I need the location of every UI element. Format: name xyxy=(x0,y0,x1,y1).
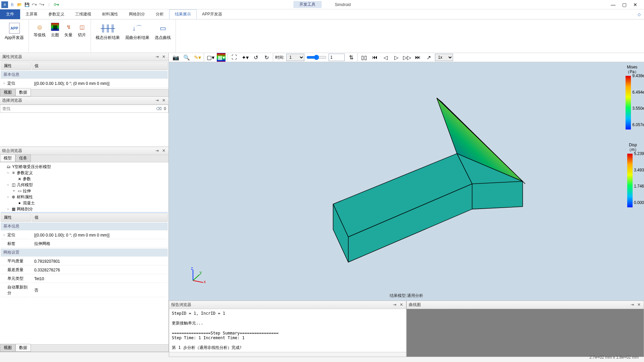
report-text[interactable]: StepID = 1, IncrID = 1 更新接触单元... =======… xyxy=(169,309,406,357)
highlight-icon[interactable]: ✎▾ xyxy=(193,53,202,62)
frame-select[interactable]: 1 xyxy=(286,54,304,61)
undo-icon[interactable]: ↶▾ xyxy=(31,1,38,8)
tab-view[interactable]: 视图 xyxy=(0,344,15,352)
first-icon[interactable]: ⏮ xyxy=(370,53,379,62)
tree-node[interactable]: ●混凝土 xyxy=(1,200,168,206)
buckling-icon: ↓⌒ xyxy=(132,23,143,34)
ribbon-label: App开发器 xyxy=(5,35,24,41)
minimize-button[interactable]: — xyxy=(611,2,615,7)
ribbon-modal[interactable]: ╫╫╫模态分析结果 xyxy=(94,21,122,42)
tree-node[interactable]: −◫几何模型 xyxy=(1,182,168,188)
tab-params[interactable]: 参数定义 xyxy=(43,9,70,19)
quick-access-toolbar: ≡ ⎘ 📂 💾 ↶▾ ↷▾ | ⟳▾ xyxy=(0,1,60,8)
tab-model[interactable]: 模型 xyxy=(0,154,15,162)
zoom-icon[interactable]: 🔍 xyxy=(182,53,191,62)
prev-icon[interactable]: ◁ xyxy=(381,53,390,62)
export-icon[interactable]: ↗ xyxy=(424,53,433,62)
redo-icon[interactable]: ↷▾ xyxy=(38,1,45,8)
modal-icon: ╫╫╫ xyxy=(102,23,113,34)
new-icon[interactable]: ⎘ xyxy=(9,1,15,8)
tree-node[interactable]: −⊕材料属性 xyxy=(1,194,168,200)
axis-triad: zxy xyxy=(190,267,206,284)
refresh-icon[interactable]: ⟳▾ xyxy=(53,1,60,8)
rotate-ccw-icon[interactable]: ↺ xyxy=(251,53,260,62)
cube-icon[interactable]: ▦▾ xyxy=(217,53,226,62)
record-icon[interactable]: ▯▯ xyxy=(360,53,368,62)
tab-appdev[interactable]: APP开发器 xyxy=(197,9,228,19)
tab-3dmodel[interactable]: 三维建模 xyxy=(70,9,97,19)
chart-area[interactable] xyxy=(407,309,644,357)
maximize-button[interactable]: ▢ xyxy=(622,2,627,7)
tree-node[interactable]: −▦网格剖分 xyxy=(1,206,168,212)
tab-task[interactable]: 任务 xyxy=(15,154,31,162)
svg-line-9 xyxy=(193,280,203,282)
svg-marker-4 xyxy=(472,182,523,209)
svg-line-11 xyxy=(193,274,200,280)
status-dimensions: 2.7e+02 mm x 1.8e+02 mm xyxy=(589,355,639,360)
tree-node[interactable]: +▭拉伸 xyxy=(1,188,168,194)
time-input[interactable] xyxy=(329,54,345,61)
axes-icon[interactable]: ✦▾ xyxy=(241,53,249,62)
pin-icon[interactable]: ⇥ xyxy=(392,302,397,308)
close-icon[interactable]: ✕ xyxy=(161,98,166,103)
play-icon[interactable]: ▷ xyxy=(392,53,401,62)
ribbon-cloud[interactable]: ▦云图 xyxy=(49,21,61,39)
next-icon[interactable]: ▷▷ xyxy=(403,53,411,62)
last-icon[interactable]: ⏭ xyxy=(413,53,422,62)
panel-title: 选择浏览器 xyxy=(2,98,153,103)
contour-icon: ◎ xyxy=(36,23,44,31)
ribbon-vector[interactable]: ↯矢量 xyxy=(62,21,75,39)
slice-icon: ◫ xyxy=(78,23,86,31)
ribbon-contour[interactable]: ◎等值线 xyxy=(32,21,48,39)
rotate-cw-icon[interactable]: ↻ xyxy=(262,53,271,62)
tab-data[interactable]: 数据 xyxy=(15,89,31,96)
tab-data[interactable]: 数据 xyxy=(15,344,31,352)
pickcurve-icon: ▭ xyxy=(157,23,168,34)
close-icon[interactable]: ✕ xyxy=(399,302,404,308)
close-icon[interactable]: ✕ xyxy=(161,54,166,60)
tab-material[interactable]: 材料属性 xyxy=(97,9,123,19)
window-controls: — ▢ ✕ xyxy=(611,2,644,7)
pin-icon[interactable]: ⇥ xyxy=(630,302,635,308)
model-render xyxy=(169,62,644,301)
tab-results[interactable]: 结果展示 xyxy=(169,9,197,19)
property-browser: 属性浏览器⇥✕ 属性值 基本信息 ›定位[(0.00 0.00 1.00); 0… xyxy=(0,53,168,97)
camera-icon[interactable]: 📷 xyxy=(171,53,180,62)
ribbon-buckling[interactable]: ↓⌒屈曲分析结果 xyxy=(123,21,151,42)
cloud-icon: ▦ xyxy=(51,23,59,31)
ribbon: APP App开发器 ◎等值线 ▦云图 ↯矢量 ◫切片 ╫╫╫模态分析结果 ↓⌒… xyxy=(0,19,644,53)
pin-icon[interactable]: ⇥ xyxy=(154,148,160,154)
tab-analysis[interactable]: 分析 xyxy=(150,9,169,19)
ribbon-tabs: 文件 主屏幕 参数定义 三维建模 材料属性 网格剖分 分析 结果展示 APP开发… xyxy=(0,9,644,19)
pin-icon[interactable]: ⇥ xyxy=(154,54,160,60)
help-icon[interactable]: ◇ xyxy=(634,9,644,19)
open-icon[interactable]: 📂 xyxy=(16,1,23,8)
3d-viewport[interactable]: zxy 结果模型:通用分析 Mises（Pa） 9.438e+046.494e+… xyxy=(169,62,644,301)
close-icon[interactable]: ✕ xyxy=(636,302,642,308)
tab-home[interactable]: 主屏幕 xyxy=(20,9,43,19)
tree-node[interactable]: x̶参数 xyxy=(1,176,168,182)
save-icon[interactable]: 💾 xyxy=(23,1,30,8)
ribbon-pickcurve[interactable]: ▭选点曲线 xyxy=(153,21,173,42)
box-icon[interactable]: ▢▾ xyxy=(206,53,215,62)
time-slider[interactable] xyxy=(306,54,327,61)
pin-icon[interactable]: ⇥ xyxy=(154,98,160,103)
tab-mesh[interactable]: 网格剖分 xyxy=(123,9,150,19)
model-tree[interactable]: 🗂Y型桥墩受压分析模型−≡参数定义x̶参数−◫几何模型+▭拉伸−⊕材料属性●混凝… xyxy=(0,162,168,213)
close-button[interactable]: ✕ xyxy=(633,2,637,7)
file-menu[interactable]: 文件 xyxy=(0,9,20,19)
close-icon[interactable]: ✕ xyxy=(161,148,166,154)
stepper-icon[interactable]: ⇅ xyxy=(347,53,355,62)
fit-icon[interactable]: ⛶ xyxy=(230,53,239,62)
tree-node[interactable]: 🗂Y型桥墩受压分析模型 xyxy=(1,164,168,170)
speed-select[interactable]: 1x xyxy=(435,54,453,61)
ribbon-group-appdev: APP App开发器 xyxy=(0,19,29,53)
ribbon-slice[interactable]: ◫切片 xyxy=(76,21,88,39)
ribbon-appdev[interactable]: APP App开发器 xyxy=(3,21,26,42)
tab-view[interactable]: 视图 xyxy=(0,89,15,96)
search-input[interactable] xyxy=(0,106,156,111)
table-row: 最差质量0.3328278276 xyxy=(1,266,168,274)
clear-icon[interactable]: ⌫ xyxy=(156,106,162,111)
tree-node[interactable]: −≡参数定义 xyxy=(1,170,168,176)
selection-count: 0 xyxy=(162,106,168,111)
